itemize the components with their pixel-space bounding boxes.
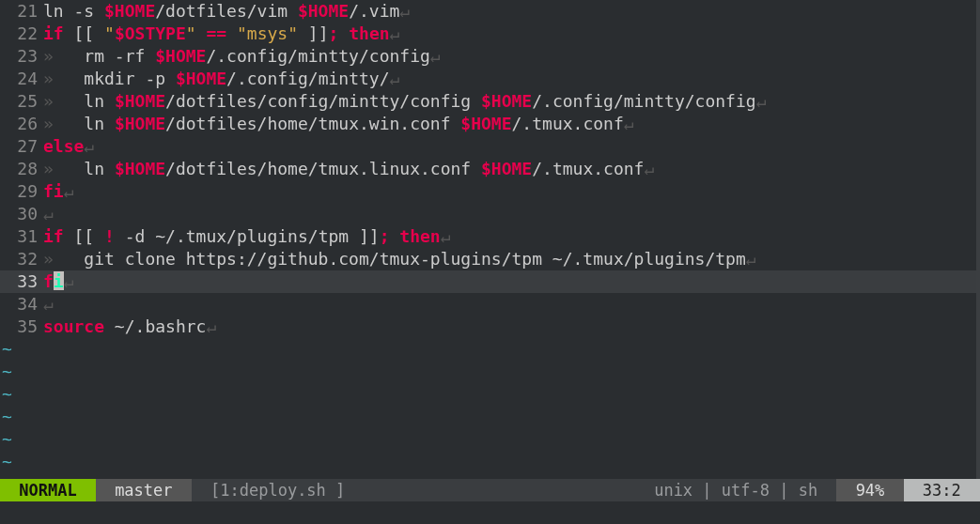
- token-fg: [[: [64, 226, 104, 246]
- line-content[interactable]: » mkdir -p $HOME/.config/mintty/↵: [43, 68, 980, 90]
- code-line[interactable]: 33fi↵: [0, 270, 980, 293]
- token-fg: /dotfiles/vim: [155, 1, 298, 21]
- token-fg: /dotfiles/home/tmux.linux.conf: [165, 159, 481, 178]
- line-number: 30: [0, 203, 43, 225]
- scroll-percent-segment: 94%: [836, 479, 903, 501]
- token-eol: ↵: [756, 91, 767, 111]
- code-line[interactable]: 21ln -s $HOME/dotfiles/vim $HOME/.vim↵: [0, 0, 980, 23]
- token-fg: -d ~/.tmux/plugins/tpm ]]: [115, 226, 380, 246]
- code-line[interactable]: 28» ln $HOME/dotfiles/home/tmux.linux.co…: [0, 158, 980, 180]
- code-line[interactable]: 26» ln $HOME/dotfiles/home/tmux.win.conf…: [0, 113, 980, 135]
- token-kw: fi: [43, 181, 64, 201]
- code-line[interactable]: 27else↵: [0, 135, 980, 158]
- empty-line: ~: [0, 338, 980, 361]
- token-fg: [338, 23, 349, 43]
- empty-line: ~: [0, 428, 980, 451]
- token-op: !: [104, 226, 115, 246]
- token-fg: mkdir -p: [84, 69, 176, 88]
- line-number: 25: [0, 90, 43, 113]
- token-fg: [226, 23, 237, 43]
- line-number: 29: [0, 180, 43, 203]
- tilde-icon: ~: [0, 383, 43, 406]
- token-eol: ↵: [441, 226, 451, 246]
- line-content[interactable]: » ln $HOME/dotfiles/home/tmux.linux.conf…: [43, 158, 980, 180]
- token-kw: source: [43, 316, 104, 336]
- code-line[interactable]: 31if [[ ! -d ~/.tmux/plugins/tpm ]]; the…: [0, 225, 980, 248]
- token-var: $HOME: [115, 114, 165, 133]
- token-op: ;: [380, 226, 390, 246]
- cursor-position-segment: 33:2: [904, 479, 980, 501]
- token-kw: then: [349, 23, 389, 43]
- token-eol: ↵: [399, 1, 410, 21]
- line-content[interactable]: » ln $HOME/dotfiles/config/mintty/config…: [43, 90, 980, 113]
- line-content[interactable]: if [[ ! -d ~/.tmux/plugins/tpm ]]; then↵: [43, 225, 980, 248]
- line-number: 28: [0, 158, 43, 180]
- token-str: ": [104, 23, 115, 43]
- line-content[interactable]: fi↵: [43, 270, 980, 293]
- token-kw: if: [43, 226, 64, 246]
- token-fg: ~/.bashrc: [104, 316, 206, 336]
- line-content[interactable]: » rm -rf $HOME/.config/mintty/config↵: [43, 45, 980, 68]
- vertical-scrollbar[interactable]: [976, 0, 980, 479]
- token-eol: ↵: [43, 294, 54, 314]
- token-fg: ln: [84, 114, 115, 133]
- token-eol: ↵: [64, 271, 74, 291]
- empty-line: ~: [0, 383, 980, 406]
- code-line[interactable]: 30↵: [0, 203, 980, 225]
- line-content[interactable]: » git clone https://github.com/tmux-plug…: [43, 248, 980, 270]
- code-line[interactable]: 29fi↵: [0, 180, 980, 203]
- token-eol: ↵: [390, 23, 400, 43]
- code-line[interactable]: 25» ln $HOME/dotfiles/config/mintty/conf…: [0, 90, 980, 113]
- line-content[interactable]: if [[ "$OSTYPE" == "msys" ]]; then↵: [43, 23, 980, 45]
- token-eol: ↵: [430, 46, 441, 66]
- token-op: ==: [206, 23, 226, 43]
- token-eol: ↵: [64, 181, 74, 201]
- line-number: 34: [0, 293, 43, 316]
- token-var: $HOME: [115, 91, 165, 111]
- line-number: 21: [0, 0, 43, 23]
- buffer-name-segment: [1:deploy.sh ]: [192, 479, 355, 501]
- token-var: $HOME: [298, 1, 349, 21]
- token-fg: /.config/mintty/config: [206, 46, 429, 66]
- token-fg: /dotfiles/config/mintty/config: [165, 91, 481, 111]
- token-eol: ↵: [624, 114, 634, 133]
- code-line[interactable]: 23» rm -rf $HOME/.config/mintty/config↵: [0, 45, 980, 68]
- tilde-icon: ~: [0, 361, 43, 383]
- token-eol: ↵: [43, 204, 54, 223]
- code-line[interactable]: 24» mkdir -p $HOME/.config/mintty/↵: [0, 68, 980, 90]
- editor-root: 21ln -s $HOME/dotfiles/vim $HOME/.vim↵22…: [0, 0, 980, 524]
- token-op: ;: [329, 23, 339, 43]
- line-content[interactable]: ↵: [43, 293, 980, 316]
- line-content[interactable]: fi↵: [43, 180, 980, 203]
- token-fg: /.tmux.conf: [512, 114, 624, 133]
- token-fg: [[: [64, 23, 104, 43]
- line-content[interactable]: ln -s $HOME/dotfiles/vim $HOME/.vim↵: [43, 0, 980, 23]
- token-kw: else: [43, 136, 84, 156]
- empty-line: ~: [0, 451, 980, 473]
- code-line[interactable]: 34↵: [0, 293, 980, 316]
- line-number: 22: [0, 23, 43, 45]
- token-eol: ↵: [746, 249, 756, 269]
- statusline-spacer: [354, 479, 645, 501]
- code-line[interactable]: 22if [[ "$OSTYPE" == "msys" ]]; then↵: [0, 23, 980, 45]
- line-content[interactable]: source ~/.bashrc↵: [43, 316, 980, 338]
- mode-indicator: NORMAL: [0, 479, 96, 501]
- tilde-icon: ~: [0, 428, 43, 451]
- token-eol: ↵: [644, 159, 654, 178]
- token-str: "msys": [237, 23, 298, 43]
- code-line[interactable]: 32» git clone https://github.com/tmux-pl…: [0, 248, 980, 270]
- token-var: $HOME: [481, 91, 532, 111]
- line-content[interactable]: » ln $HOME/dotfiles/home/tmux.win.conf $…: [43, 113, 980, 135]
- token-fg: /.vim: [349, 1, 399, 21]
- token-eol: ↵: [389, 69, 399, 88]
- token-kw: then: [399, 226, 440, 246]
- token-kw: fi: [43, 271, 64, 291]
- code-area[interactable]: 21ln -s $HOME/dotfiles/vim $HOME/.vim↵22…: [0, 0, 980, 479]
- token-var: $HOME: [460, 114, 511, 133]
- code-line[interactable]: 35source ~/.bashrc↵: [0, 316, 980, 338]
- token-var: $HOME: [176, 69, 226, 88]
- token-kw: if: [43, 23, 64, 43]
- line-content[interactable]: else↵: [43, 135, 980, 158]
- command-line[interactable]: [0, 501, 980, 524]
- line-content[interactable]: ↵: [43, 203, 980, 225]
